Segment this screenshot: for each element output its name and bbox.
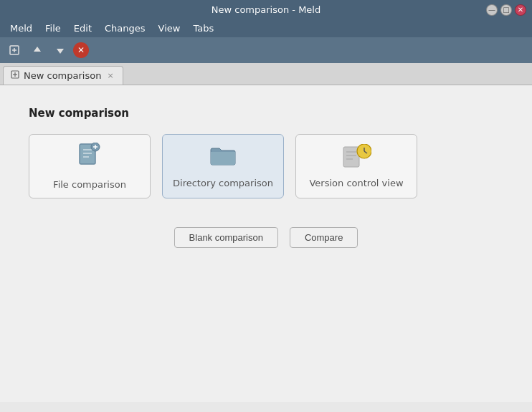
down-arrow-icon [54, 44, 66, 56]
up-arrow-icon [32, 44, 43, 56]
tab-label: New comparison [24, 70, 101, 81]
titlebar: New comparison - Meld — □ ✕ [0, 0, 532, 19]
maximize-button[interactable]: □ [500, 4, 512, 16]
window-controls: — □ ✕ [486, 4, 526, 16]
tab-close-button[interactable]: × [105, 71, 115, 80]
menu-tabs[interactable]: Tabs [187, 21, 219, 36]
window-title: New comparison - Meld [0, 4, 532, 15]
menubar: Meld File Edit Changes View Tabs [0, 19, 532, 37]
compare-button[interactable]: Compare [290, 227, 358, 248]
up-button[interactable] [27, 40, 47, 60]
section-title: New comparison [29, 107, 503, 120]
menu-meld[interactable]: Meld [4, 21, 38, 36]
folder-icon [209, 144, 237, 172]
menu-file[interactable]: File [39, 21, 67, 36]
tabbar: New comparison × [0, 63, 532, 85]
file-comparison-label: File comparison [53, 179, 126, 190]
main-content: New comparison File comparison [0, 85, 532, 402]
version-control-icon [341, 144, 371, 172]
menu-changes[interactable]: Changes [99, 21, 151, 36]
directory-comparison-label: Directory comparison [173, 178, 273, 188]
bottom-actions: Blank comparison Compare [29, 227, 503, 248]
menu-edit[interactable]: Edit [68, 21, 98, 36]
version-control-label: Version control view [309, 178, 403, 188]
menu-view[interactable]: View [153, 21, 186, 36]
version-control-card[interactable]: Version control view [295, 134, 417, 198]
stop-icon: ✕ [77, 45, 85, 55]
directory-comparison-card[interactable]: Directory comparison [162, 134, 284, 198]
new-button[interactable] [4, 40, 24, 60]
blank-comparison-button[interactable]: Blank comparison [174, 227, 278, 248]
file-comparison-card[interactable]: File comparison [29, 134, 151, 198]
down-button[interactable] [50, 40, 70, 60]
close-window-button[interactable]: ✕ [515, 4, 526, 16]
comparison-options: File comparison Directory comparison [29, 134, 503, 198]
file-icon [78, 143, 101, 173]
new-icon [9, 44, 20, 56]
new-comparison-tab[interactable]: New comparison × [3, 66, 123, 85]
tab-icon [11, 70, 19, 81]
stop-button[interactable]: ✕ [73, 42, 89, 58]
toolbar: ✕ [0, 37, 532, 63]
minimize-button[interactable]: — [486, 4, 498, 16]
